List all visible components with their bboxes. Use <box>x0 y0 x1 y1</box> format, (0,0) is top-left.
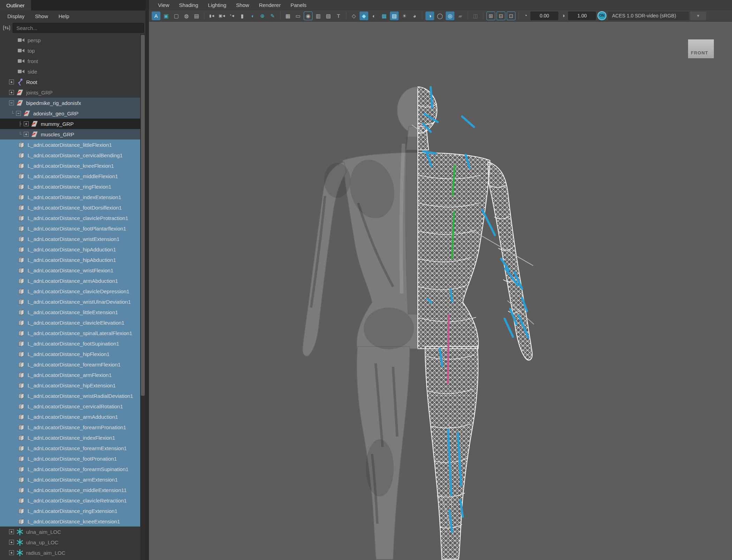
expander-icon[interactable]: + <box>9 80 14 84</box>
outliner-row[interactable]: L_adnLocatorDistance_armFlexion1 <box>0 370 140 380</box>
outliner-row[interactable]: L_adnLocatorDistance_clavicleDepression1 <box>0 286 140 296</box>
gate-mask-button[interactable]: ▢ <box>172 12 181 20</box>
outliner-row[interactable]: − bipedmike_rig_adonisfx <box>0 98 140 108</box>
panel-divider[interactable] <box>145 0 149 560</box>
resolution-gate-button[interactable]: ▣ <box>162 12 171 20</box>
outliner-row[interactable]: L_adnLocatorDistance_spinalLateralFlexio… <box>0 328 140 338</box>
outliner-row[interactable]: L_adnLocatorDistance_footPronation1 <box>0 453 140 464</box>
pane-layout-single-button[interactable]: ⊞ <box>486 12 495 20</box>
image-plane-button[interactable]: ▤ <box>192 12 201 20</box>
outliner-row[interactable]: L_adnLocatorDistance_hipAbduction1 <box>0 255 140 265</box>
isolate-select-button[interactable]: ◫ <box>471 12 480 20</box>
outliner-row[interactable]: top <box>0 45 140 56</box>
outliner-row[interactable]: L_adnLocatorDistance_wristUlnarDeviation… <box>0 296 140 307</box>
outliner-row[interactable]: L_adnLocatorDistance_cervicalBending1 <box>0 150 140 160</box>
pink-fiber-line[interactable] <box>448 315 449 384</box>
outliner-row[interactable]: ├ + mummy_GRP <box>0 119 140 129</box>
outliner-row[interactable]: L_adnLocatorDistance_middleExtension11 <box>0 485 140 495</box>
outliner-row[interactable]: L_adnLocatorDistance_clavicleRetraction1 <box>0 495 140 506</box>
viewport-menu-show[interactable]: Show <box>231 2 254 8</box>
outliner-row[interactable]: L_adnLocatorDistance_forearmPronation1 <box>0 422 140 432</box>
outliner-row[interactable]: L_adnLocatorDistance_hipFlexion1 <box>0 349 140 359</box>
viewport-menu-view[interactable]: View <box>153 2 174 8</box>
expander-icon[interactable]: + <box>9 529 14 534</box>
view-transform-dropdown-icon[interactable]: ▼ <box>690 12 706 20</box>
expander-icon[interactable]: + <box>24 132 29 137</box>
expander-icon[interactable]: + <box>9 550 14 555</box>
textured-mode-button[interactable]: ▩ <box>380 12 388 20</box>
outliner-row[interactable]: L_adnLocatorDistance_footDorsiflexion1 <box>0 202 140 213</box>
viewport-canvas[interactable]: FRONT <box>149 22 732 560</box>
outliner-tab[interactable]: Outliner <box>0 0 31 10</box>
pane-layout-two-button[interactable]: ⊟ <box>497 12 505 20</box>
camera-lock-button[interactable]: ▣◄ <box>218 12 226 20</box>
outliner-menu-help[interactable]: Help <box>53 13 75 19</box>
grid-button[interactable]: ▦ <box>284 12 292 20</box>
expander-icon[interactable]: + <box>9 90 14 95</box>
outliner-row[interactable]: side <box>0 66 140 77</box>
outliner-row[interactable]: front <box>0 56 140 66</box>
camera-tools-button[interactable]: ⊕ <box>258 12 267 20</box>
ssao-toggle-button[interactable]: ◑ <box>425 12 434 20</box>
light-mode-button[interactable]: ☀ <box>400 12 409 20</box>
camera-button[interactable]: ▮◄ <box>207 12 216 20</box>
outliner-row[interactable]: └ + muscles_GRP <box>0 129 140 139</box>
outliner-row[interactable]: L_adnLocatorDistance_hipExtension1 <box>0 380 140 391</box>
expander-icon[interactable]: − <box>9 100 14 105</box>
two-sided-lighting-button[interactable]: ◖ <box>248 12 257 20</box>
outliner-row[interactable]: L_adnLocatorDistance_wristExtension1 <box>0 234 140 244</box>
mask-display-button[interactable]: ◉ <box>304 12 312 20</box>
expander-icon[interactable]: + <box>24 121 29 126</box>
filter-icon[interactable] <box>1 23 13 33</box>
film-strip-button[interactable]: ▭ <box>294 12 302 20</box>
outliner-row[interactable]: L_adnLocatorDistance_footSupination1 <box>0 338 140 349</box>
outliner-row[interactable]: L_adnLocatorDistance_indexFlexion1 <box>0 432 140 443</box>
outliner-row[interactable]: L_adnLocatorDistance_forearmExtension1 <box>0 443 140 453</box>
outliner-scrollbar[interactable] <box>140 34 145 560</box>
outliner-row[interactable]: L_adnLocatorDistance_footPlantarflexion1 <box>0 223 140 234</box>
outliner-row[interactable]: L_adnLocatorDistance_hipAdduction1 <box>0 244 140 255</box>
outliner-row[interactable]: L_adnLocatorDistance_armAdduction1 <box>0 411 140 422</box>
viewport-menu-panels[interactable]: Panels <box>286 2 311 8</box>
motion-blur-toggle-button[interactable]: ◯ <box>436 12 444 20</box>
view-transform-select[interactable]: ACES 1.0 SDR-video (sRGB) <box>608 12 689 20</box>
anti-aliasing-toggle-button[interactable]: ◎ <box>446 12 454 20</box>
grease-pencil-button[interactable]: ✎ <box>268 12 277 20</box>
outliner-row[interactable]: + radius_aim_LOC <box>0 547 140 558</box>
outliner-row[interactable]: L_adnLocatorDistance_indexExtension1 <box>0 192 140 202</box>
outliner-row[interactable]: + Root <box>0 77 140 87</box>
outliner-row[interactable]: L_adnLocatorDistance_middleFlexion1 <box>0 171 140 181</box>
outliner-row[interactable]: L_adnLocatorDistance_kneeExtension1 <box>0 516 140 527</box>
bookmark-button[interactable]: ▮ <box>238 12 247 20</box>
expander-icon[interactable]: + <box>9 540 14 545</box>
outliner-row[interactable]: L_adnLocatorDistance_littleFlexion1 <box>0 139 140 150</box>
outliner-row[interactable]: + joints_GRP <box>0 87 140 98</box>
image-plane-display-button[interactable]: ▧ <box>324 12 333 20</box>
selection-highlight-button[interactable]: A <box>152 12 160 20</box>
expander-icon[interactable]: − <box>16 111 21 116</box>
outliner-row[interactable]: L_adnLocatorDistance_wristRadialDeviatio… <box>0 391 140 401</box>
outliner-row[interactable]: persp <box>0 35 140 45</box>
checker-mode-button[interactable]: ▨ <box>390 12 399 20</box>
outliner-row[interactable]: L_adnLocatorDistance_forearmFlexion1 <box>0 359 140 370</box>
camera-attributes-button[interactable]: *◄ <box>228 12 236 20</box>
outliner-row[interactable]: L_adnLocatorDistance_wristFlexion1 <box>0 265 140 275</box>
outliner-row[interactable]: L_adnLocatorDistance_cervicalRotation1 <box>0 401 140 411</box>
hud-display-button[interactable]: ▥ <box>314 12 323 20</box>
viewport-menu-renderer[interactable]: Renderer <box>254 2 286 8</box>
outliner-row[interactable]: + <box>0 558 140 560</box>
outliner-row[interactable]: L_adnLocatorDistance_clavicleProtraction… <box>0 213 140 223</box>
pane-layout-quad-button[interactable]: ⊡ <box>507 12 515 20</box>
text-display-button[interactable]: T <box>334 12 343 20</box>
outliner-row[interactable]: + ulna_up_LOC <box>0 537 140 547</box>
film-gate-button[interactable]: ◍ <box>182 12 191 20</box>
shadow-mode-button[interactable]: ◕ <box>410 12 419 20</box>
outliner-menu-show[interactable]: Show <box>30 13 53 19</box>
viewport-menu-lighting[interactable]: Lighting <box>203 2 231 8</box>
shaded-mode-button[interactable]: ◆ <box>360 12 368 20</box>
scrollbar-thumb[interactable] <box>141 35 145 396</box>
color-management-toggle[interactable]: ON <box>597 11 606 20</box>
material-mode-button[interactable]: ◐ <box>370 12 378 20</box>
render-flag-button[interactable]: ▰ <box>456 12 465 20</box>
outliner-row[interactable]: + ulna_aim_LOC <box>0 527 140 537</box>
